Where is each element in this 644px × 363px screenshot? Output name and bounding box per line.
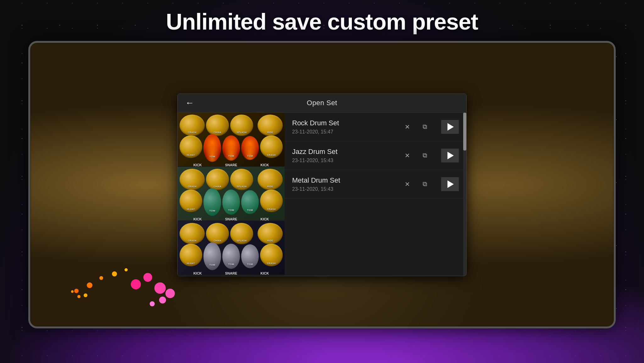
- rock-thumbnail[interactable]: CRASH CHINA SPLASH RIDE: [178, 113, 285, 167]
- preset-info-metal: Metal Drum Set 23-11-2020, 15:43: [292, 176, 401, 192]
- copy-jazz-button[interactable]: ⧉: [419, 149, 431, 162]
- copy-icon: ⧉: [423, 123, 427, 130]
- metal-thumbnail[interactable]: CRASH CHINA SPLASH RIDE: [178, 221, 285, 275]
- preset-actions-jazz: ✕ ⧉: [401, 149, 459, 162]
- preset-date-metal: 23-11-2020, 15:43: [292, 186, 401, 192]
- play-icon-rock: [447, 123, 454, 131]
- page-title: Unlimited save custom preset: [0, 9, 644, 35]
- presets-list: Rock Drum Set 23-11-2020, 15:47 ✕ ⧉: [285, 113, 466, 276]
- play-icon-jazz: [447, 152, 454, 159]
- preset-date-jazz: 23-11-2020, 15:43: [292, 158, 401, 163]
- preset-date-rock: 23-11-2020, 15:47: [292, 129, 401, 135]
- delete-jazz-button[interactable]: ✕: [401, 149, 414, 162]
- thumbnails-column: CRASH CHINA SPLASH RIDE: [178, 113, 285, 276]
- copy-icon-metal: ⧉: [423, 180, 427, 188]
- preset-actions-metal: ✕ ⧉: [401, 177, 459, 191]
- scrollbar-track[interactable]: [463, 113, 466, 276]
- preset-item-jazz: Jazz Drum Set 23-11-2020, 15:43 ✕ ⧉: [285, 141, 466, 170]
- preset-info-rock: Rock Drum Set 23-11-2020, 15:47: [292, 119, 401, 135]
- delete-rock-button[interactable]: ✕: [401, 121, 414, 133]
- play-jazz-button[interactable]: [441, 149, 459, 162]
- delete-icon: ✕: [405, 123, 410, 131]
- delete-icon-jazz: ✕: [405, 152, 410, 159]
- open-set-modal: ← Open Set CRASH CH: [177, 94, 467, 276]
- modal-title: Open Set: [307, 99, 337, 107]
- play-metal-button[interactable]: [441, 177, 459, 191]
- preset-name-rock: Rock Drum Set: [292, 119, 401, 127]
- jazz-thumbnail[interactable]: CRASH CHINA SPLASH RIDE: [178, 167, 285, 221]
- preset-name-metal: Metal Drum Set: [292, 176, 401, 184]
- back-button[interactable]: ←: [185, 98, 194, 108]
- scrollbar-thumb[interactable]: [463, 113, 466, 150]
- modal-body: CRASH CHINA SPLASH RIDE: [178, 113, 466, 276]
- device-frame: ← Open Set CRASH CH: [28, 41, 616, 328]
- preset-name-jazz: Jazz Drum Set: [292, 148, 401, 156]
- modal-header: ← Open Set: [178, 94, 466, 113]
- copy-metal-button[interactable]: ⧉: [419, 178, 431, 190]
- preset-actions-rock: ✕ ⧉: [401, 120, 459, 134]
- copy-icon-jazz: ⧉: [423, 152, 427, 159]
- copy-rock-button[interactable]: ⧉: [419, 121, 431, 133]
- delete-metal-button[interactable]: ✕: [401, 178, 414, 190]
- preset-info-jazz: Jazz Drum Set 23-11-2020, 15:43: [292, 148, 401, 163]
- play-rock-button[interactable]: [441, 120, 459, 134]
- preset-item-rock: Rock Drum Set 23-11-2020, 15:47 ✕ ⧉: [285, 113, 466, 141]
- preset-item-metal: Metal Drum Set 23-11-2020, 15:43 ✕ ⧉: [285, 170, 466, 199]
- delete-icon-metal: ✕: [405, 180, 410, 188]
- play-icon-metal: [447, 180, 454, 188]
